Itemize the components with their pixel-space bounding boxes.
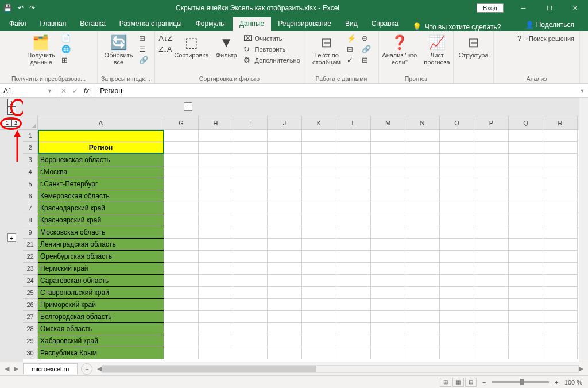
cell[interactable] [509, 214, 543, 226]
cell[interactable] [371, 178, 405, 190]
cell[interactable] [543, 335, 578, 347]
cell[interactable] [302, 239, 336, 251]
cell[interactable] [268, 263, 302, 275]
col-header-M[interactable]: M [371, 116, 405, 130]
cell[interactable] [268, 130, 302, 142]
cell[interactable] [233, 239, 268, 251]
cell[interactable] [371, 275, 405, 287]
outline-button[interactable]: ⊟ Структура [456, 33, 490, 60]
row-header[interactable]: 23 [23, 263, 38, 275]
cell[interactable] [336, 202, 371, 214]
row-header[interactable]: 30 [23, 347, 38, 359]
cell[interactable] [336, 239, 371, 251]
cell[interactable] [371, 287, 405, 299]
cell[interactable] [509, 263, 543, 275]
page-break-view-button[interactable]: ⊟ [465, 378, 477, 387]
cell[interactable] [474, 130, 509, 142]
cell[interactable] [371, 202, 405, 214]
cell[interactable] [336, 311, 371, 323]
cell[interactable] [509, 154, 543, 166]
tab-insert[interactable]: Вставка [73, 17, 113, 31]
cell[interactable] [405, 311, 440, 323]
cell[interactable] [268, 142, 302, 154]
col-header-H[interactable]: H [199, 116, 233, 130]
cell[interactable] [543, 251, 578, 263]
tab-formulas[interactable]: Формулы [189, 17, 233, 31]
cell[interactable] [336, 166, 371, 178]
cell[interactable] [509, 202, 543, 214]
cell[interactable] [543, 347, 578, 359]
cell[interactable]: Приморский край [38, 299, 164, 311]
cell[interactable] [233, 287, 268, 299]
cell[interactable]: Пермский край [38, 263, 164, 275]
cell[interactable] [302, 311, 336, 323]
cell[interactable] [302, 287, 336, 299]
cell[interactable] [164, 299, 199, 311]
cell[interactable] [474, 190, 509, 202]
maximize-button[interactable]: ☐ [536, 0, 562, 16]
login-button[interactable]: Вход [477, 3, 504, 13]
cell[interactable] [440, 226, 474, 239]
cell[interactable] [440, 154, 474, 166]
cell[interactable] [440, 166, 474, 178]
cell[interactable] [336, 347, 371, 359]
cell[interactable] [405, 275, 440, 287]
row-header[interactable]: 7 [23, 202, 38, 214]
tab-page-layout[interactable]: Разметка страницы [113, 17, 189, 31]
cell[interactable] [474, 311, 509, 323]
cell[interactable] [199, 154, 233, 166]
cell[interactable] [474, 239, 509, 251]
cell[interactable] [474, 299, 509, 311]
cell[interactable]: Хабаровский край [38, 335, 164, 347]
cell[interactable] [440, 142, 474, 154]
col-header-N[interactable]: N [405, 116, 440, 130]
cell[interactable] [509, 323, 543, 335]
cell[interactable] [543, 166, 578, 178]
cell[interactable] [199, 347, 233, 359]
col-header-P[interactable]: P [474, 116, 509, 130]
cell[interactable] [302, 251, 336, 263]
forecast-sheet-button[interactable]: 📈 Лист прогноза [421, 33, 452, 67]
page-layout-view-button[interactable]: ▦ [452, 378, 464, 387]
cell[interactable] [440, 299, 474, 311]
cell[interactable] [233, 130, 268, 142]
cell[interactable]: Омская область [38, 323, 164, 335]
cell[interactable] [405, 239, 440, 251]
cell[interactable] [509, 251, 543, 263]
cell[interactable] [233, 226, 268, 239]
cell[interactable] [268, 251, 302, 263]
row-header[interactable]: 3 [23, 154, 38, 166]
cell[interactable] [233, 190, 268, 202]
cell[interactable] [268, 226, 302, 239]
cell[interactable] [199, 130, 233, 142]
cancel-icon[interactable]: ✕ [61, 87, 67, 95]
cell[interactable] [371, 299, 405, 311]
cell[interactable] [302, 130, 336, 142]
cell[interactable] [474, 214, 509, 226]
cell[interactable] [199, 202, 233, 214]
cell[interactable] [268, 178, 302, 190]
cell[interactable] [440, 287, 474, 299]
cell[interactable] [405, 142, 440, 154]
cell[interactable]: Кемеровская область [38, 190, 164, 202]
cell[interactable] [336, 251, 371, 263]
cell[interactable] [543, 190, 578, 202]
cell[interactable] [233, 251, 268, 263]
cell[interactable] [164, 190, 199, 202]
cell[interactable] [233, 275, 268, 287]
row-header[interactable]: 29 [23, 335, 38, 347]
cell[interactable] [440, 130, 474, 142]
cell[interactable] [405, 130, 440, 142]
cell[interactable] [302, 178, 336, 190]
tab-home[interactable]: Главная [33, 17, 74, 31]
cell[interactable] [371, 142, 405, 154]
cell[interactable] [509, 226, 543, 239]
cell[interactable] [509, 311, 543, 323]
row-header[interactable]: 24 [23, 275, 38, 287]
undo-icon[interactable]: ↶ [18, 4, 24, 12]
cell[interactable] [199, 178, 233, 190]
cell[interactable] [164, 154, 199, 166]
cell[interactable] [336, 178, 371, 190]
cell[interactable] [440, 251, 474, 263]
cell[interactable] [38, 130, 164, 142]
